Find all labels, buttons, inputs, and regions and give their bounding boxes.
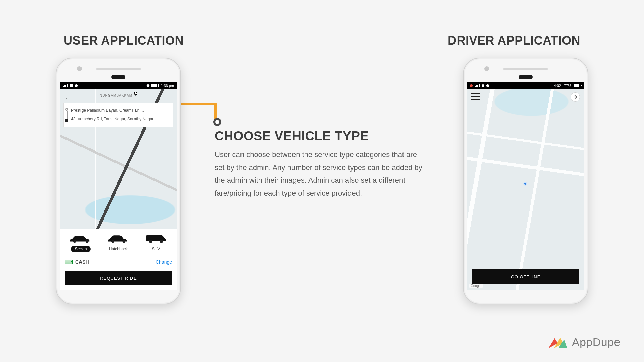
recenter-button[interactable] — [571, 92, 580, 102]
vehicle-label: SUV — [148, 246, 164, 252]
battery-icon — [574, 84, 581, 87]
map-attribution: Google — [469, 284, 483, 288]
signal-icon — [475, 84, 480, 87]
vehicle-label: Hatchback — [105, 246, 132, 252]
payment-row: CASH Change — [60, 256, 177, 268]
hamburger-icon — [471, 93, 480, 94]
svg-point-0 — [73, 240, 76, 243]
phone-frame-driver: 4:02 77% GO OFFLI — [463, 58, 588, 304]
request-ride-button[interactable]: REQUEST RIDE — [65, 271, 172, 285]
location-icon — [146, 84, 150, 87]
sedan-car-icon — [62, 233, 100, 244]
back-button[interactable]: ← — [63, 93, 73, 103]
appdupe-mark-icon — [548, 335, 567, 349]
heading-driver-application: DRIVER APPLICATION — [448, 34, 580, 48]
status-time: 1:36 pm — [161, 84, 174, 88]
phone-sensor-pill — [111, 75, 125, 79]
phone-sensor-pill — [519, 75, 533, 79]
user-screen: 1:36 pm ← NUNGAMBAKKAM Prestige Palladiu… — [60, 82, 177, 290]
phone-speaker — [503, 68, 548, 70]
callout-block: CHOOSE VEHICLE TYPE User can choose betw… — [215, 129, 423, 200]
callout-title: CHOOSE VEHICLE TYPE — [215, 129, 423, 143]
menu-button[interactable] — [471, 93, 480, 100]
crosshair-icon — [573, 94, 578, 100]
change-payment-link[interactable]: Change — [156, 259, 172, 265]
battery-pct: 77% — [564, 84, 571, 88]
vehicle-type-row: Sedan Hatchback SUV — [60, 229, 177, 256]
status-bar: 1:36 pm — [60, 82, 177, 89]
suv-car-icon — [137, 233, 175, 244]
svg-point-1 — [86, 240, 88, 243]
payment-label: CASH — [75, 259, 89, 265]
driver-screen: 4:02 77% GO OFFLI — [467, 82, 584, 290]
vehicle-label: Sedan — [71, 246, 91, 252]
dropoff-field[interactable]: 43, Velachery Rd, Tansi Nagar, Sarathy N… — [71, 115, 170, 123]
current-location-dot-icon — [523, 182, 527, 186]
map-area-label: NUNGAMBAKKAM — [100, 94, 132, 97]
map-view[interactable]: ← NUNGAMBAKKAM Prestige Palladium Bayan,… — [60, 89, 177, 290]
pickup-field[interactable]: Prestige Palladium Bayan, Greams Ln,... — [71, 106, 170, 115]
callout-leader-line — [177, 103, 217, 105]
wifi-icon — [75, 84, 78, 87]
camera-icon — [70, 84, 73, 87]
svg-point-2 — [111, 240, 114, 243]
vehicle-option-hatchback[interactable]: Hatchback — [100, 233, 137, 252]
phone-speaker — [96, 68, 141, 70]
vehicle-option-suv[interactable]: SUV — [137, 233, 175, 252]
svg-point-5 — [160, 240, 163, 243]
phone-camera-dot — [77, 66, 82, 71]
phone-frame-user: 1:36 pm ← NUNGAMBAKKAM Prestige Palladiu… — [56, 58, 181, 304]
signal-icon — [63, 84, 68, 87]
notif-icon — [486, 84, 489, 87]
svg-point-4 — [149, 240, 152, 243]
brand-name: AppDupe — [572, 336, 621, 349]
status-time: 4:02 — [554, 84, 561, 88]
phone-camera-dot — [484, 66, 489, 71]
map-roads — [467, 89, 584, 290]
route-line-icon — [67, 108, 68, 122]
svg-point-3 — [123, 240, 125, 243]
vehicle-option-sedan[interactable]: Sedan — [62, 233, 100, 252]
arrow-left-icon: ← — [65, 94, 72, 102]
hatchback-car-icon — [100, 233, 137, 244]
brand-logo: AppDupe — [548, 335, 621, 349]
heading-user-application: USER APPLICATION — [64, 34, 184, 48]
go-offline-button[interactable]: GO OFFLINE — [472, 269, 579, 284]
carrier-icon — [470, 84, 473, 87]
callout-body: User can choose between the service type… — [215, 148, 423, 200]
cash-icon — [65, 260, 73, 264]
bottom-sheet: Sedan Hatchback SUV — [60, 229, 177, 290]
location-card: Prestige Palladium Bayan, Greams Ln,... … — [63, 103, 173, 127]
volte-icon — [482, 84, 484, 87]
callout-anchor-dot — [213, 118, 221, 126]
status-bar: 4:02 77% — [467, 82, 584, 89]
map-view[interactable]: GO OFFLINE Google — [467, 89, 584, 290]
svg-point-7 — [575, 97, 576, 98]
battery-icon — [151, 84, 159, 87]
